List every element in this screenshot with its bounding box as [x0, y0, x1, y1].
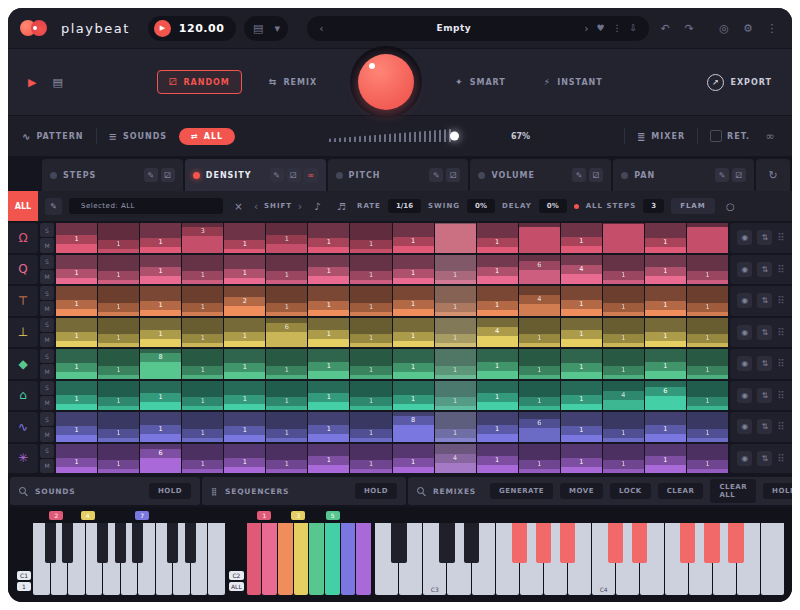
black-key[interactable]	[115, 523, 126, 563]
step-cell[interactable]: 3	[182, 223, 223, 253]
sound-key-7[interactable]	[341, 523, 356, 595]
step-cell[interactable]: 1	[435, 412, 476, 442]
sounds-button[interactable]: ≡ SOUNDS	[109, 131, 168, 142]
step-cell[interactable]: 1	[266, 223, 307, 253]
solo-button[interactable]: S	[40, 318, 54, 332]
step-cell[interactable]: 1	[224, 223, 265, 253]
step-cell[interactable]: 6	[266, 318, 307, 348]
play-icon[interactable]: ▶	[28, 76, 36, 89]
step-cell[interactable]: 6	[519, 255, 560, 285]
eye-icon[interactable]: ◉	[737, 451, 752, 466]
step-cell[interactable]: 1	[182, 349, 223, 379]
swing-value[interactable]: 0%	[467, 199, 495, 213]
step-cell[interactable]: 1	[98, 255, 139, 285]
step-cell[interactable]: 1	[603, 412, 644, 442]
step-cell[interactable]: 1	[393, 286, 434, 316]
wave-icon[interactable]: ∿	[8, 412, 38, 442]
mute-button[interactable]: M	[40, 333, 54, 347]
step-cell[interactable]: 1	[393, 444, 434, 474]
step-cell[interactable]: 1	[350, 318, 391, 348]
step-cell[interactable]: 1	[393, 255, 434, 285]
grip-icon[interactable]: ⠿	[777, 264, 784, 275]
grip-icon[interactable]: ⠿	[777, 327, 784, 338]
black-key[interactable]	[391, 523, 406, 563]
solo-button[interactable]: S	[40, 286, 54, 300]
step-cell[interactable]: 1	[350, 286, 391, 316]
view-dropdown[interactable]: ▤ ▾	[244, 16, 288, 41]
dice-icon[interactable]: ⚂	[589, 168, 603, 182]
step-cell[interactable]: 1	[477, 412, 518, 442]
rate-value[interactable]: 1/16	[388, 199, 421, 213]
randomizer-knob[interactable]	[358, 54, 414, 110]
pencil-icon[interactable]: ✎	[572, 168, 586, 182]
black-key[interactable]	[464, 523, 479, 563]
step-cell[interactable]: 1	[645, 349, 686, 379]
mixer-button[interactable]: ≣ MIXER	[637, 131, 685, 142]
step-cell[interactable]: 4	[561, 255, 602, 285]
step-cell[interactable]: 1	[98, 349, 139, 379]
step-cell[interactable]	[519, 223, 560, 253]
retrigger-toggle[interactable]: RET.	[710, 130, 750, 142]
tab-density[interactable]: DENSITY ✎ ⚂ ∞	[185, 159, 326, 191]
randomness-slider-handle[interactable]	[450, 132, 459, 141]
step-cell[interactable]: 1	[266, 444, 307, 474]
filter-icon[interactable]: ⇅	[757, 230, 772, 245]
step-cell[interactable]: 4	[519, 286, 560, 316]
dice-icon[interactable]: ⚂	[732, 168, 746, 182]
step-cell[interactable]: 1	[687, 444, 728, 474]
step-cell[interactable]: 1	[477, 223, 518, 253]
pencil-icon[interactable]: ✎	[270, 168, 284, 182]
grip-icon[interactable]: ⠿	[777, 358, 784, 369]
shaker-icon[interactable]: ◆	[8, 349, 38, 379]
step-cell[interactable]: 1	[645, 286, 686, 316]
step-cell[interactable]: 1	[561, 381, 602, 411]
step-cell[interactable]	[435, 223, 476, 253]
grip-icon[interactable]: ⠿	[777, 390, 784, 401]
grip-icon[interactable]: ⠿	[777, 295, 784, 306]
step-cell[interactable]: 1	[56, 349, 97, 379]
lock-icon[interactable]: ∞	[304, 168, 318, 182]
drum-icon[interactable]: ⌂	[8, 381, 38, 411]
step-cell[interactable]: 1	[224, 444, 265, 474]
step-cell[interactable]: 1	[182, 444, 223, 474]
black-key[interactable]	[632, 523, 647, 563]
note-icon[interactable]: ♪	[309, 198, 326, 215]
step-cell[interactable]: 1	[350, 223, 391, 253]
q-icon[interactable]: Q	[8, 255, 38, 285]
step-cell[interactable]: 1	[393, 223, 434, 253]
sparkle-icon[interactable]: ✳	[8, 444, 38, 474]
step-cell[interactable]: 1	[224, 255, 265, 285]
step-cell[interactable]: 1	[687, 349, 728, 379]
tab-volume[interactable]: VOLUME ✎ ⚂ ∞	[470, 159, 611, 191]
pencil-icon[interactable]: ✎	[429, 168, 443, 182]
eye-icon[interactable]: ◉	[737, 262, 752, 277]
sequencers-hold-button[interactable]: HOLD	[355, 483, 397, 499]
step-cell[interactable]: 1	[477, 286, 518, 316]
step-cell[interactable]: 1	[393, 349, 434, 379]
filter-icon[interactable]: ⇅	[757, 356, 772, 371]
kebab-menu-icon[interactable]: ⋮	[764, 22, 780, 35]
step-cell[interactable]: 1	[182, 255, 223, 285]
step-cell[interactable]: 1	[519, 318, 560, 348]
step-cell[interactable]: 1	[140, 286, 181, 316]
step-cell[interactable]: 1	[224, 349, 265, 379]
step-cell[interactable]: 1	[56, 381, 97, 411]
black-key[interactable]	[132, 523, 143, 563]
step-cell[interactable]: 1	[350, 444, 391, 474]
step-cell[interactable]: 1	[56, 444, 97, 474]
dice-icon[interactable]: ⚂	[161, 168, 175, 182]
step-cell[interactable]: 1	[561, 223, 602, 253]
filter-icon[interactable]: ⇅	[757, 388, 772, 403]
eye-icon[interactable]: ◉	[737, 325, 752, 340]
step-cell[interactable]: 1	[98, 381, 139, 411]
download-icon[interactable]: ⇩	[630, 23, 638, 33]
sound-key-1[interactable]	[247, 523, 262, 595]
circle-icon[interactable]: ○	[722, 198, 739, 215]
clear-selection-x-icon[interactable]: ×	[230, 198, 247, 215]
white-key[interactable]	[761, 523, 784, 595]
all-pill-button[interactable]: ⇄ ALL	[179, 128, 235, 145]
step-cell[interactable]: 1	[182, 412, 223, 442]
black-key[interactable]	[62, 523, 73, 563]
step-cell[interactable]: 1	[182, 318, 223, 348]
step-cell[interactable]: 1	[266, 381, 307, 411]
